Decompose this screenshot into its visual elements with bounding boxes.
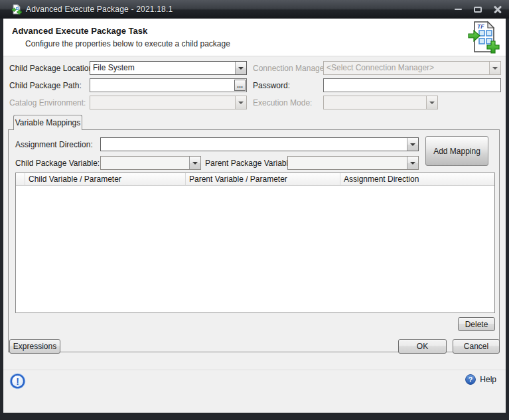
info-icon: ! (9, 373, 26, 389)
child-package-variable-select[interactable] (100, 156, 201, 170)
child-package-location-select[interactable]: File System (90, 61, 247, 75)
cancel-button[interactable]: Cancel (453, 339, 500, 354)
chevron-down-icon[interactable] (407, 157, 418, 169)
child-package-location-label: Child Package Location: (9, 64, 95, 73)
minimize-icon[interactable] (452, 3, 464, 15)
task-factory-package-icon: TF (467, 21, 500, 54)
parent-package-variable-label: Parent Package Variable: (205, 159, 295, 168)
chevron-down-icon[interactable] (407, 138, 418, 151)
page-subtitle: Configure the properties below to execut… (25, 39, 230, 48)
help-glyph: ? (469, 376, 473, 384)
window-controls (452, 0, 504, 19)
mappings-table[interactable]: Child Variable / Parameter Parent Variab… (15, 173, 495, 313)
execution-mode-label: Execution Mode: (253, 98, 312, 107)
connection-manager-value: <Select Connection Manager> (324, 62, 489, 74)
close-icon[interactable] (492, 3, 504, 15)
chevron-down-icon (426, 96, 437, 109)
help-link[interactable]: ? Help (465, 374, 496, 385)
help-label: Help (480, 375, 496, 384)
child-package-location-value: File System (90, 62, 235, 74)
password-label: Password: (253, 81, 290, 90)
ok-button[interactable]: OK (398, 339, 447, 354)
table-header-row: Child Variable / Parameter Parent Variab… (16, 173, 494, 186)
assignment-direction-select[interactable] (100, 137, 419, 151)
ok-label: OK (417, 342, 428, 351)
parent-package-variable-value (288, 157, 407, 169)
expressions-button[interactable]: Expressions (9, 339, 60, 354)
chevron-down-icon[interactable] (235, 62, 246, 74)
browse-button[interactable]: ... (234, 80, 246, 91)
window-title: Advanced Execute Package - 2021.18.1 (26, 5, 173, 14)
assignment-direction-value (101, 138, 407, 151)
header-banner: Advanced Execute Package Task Configure … (3, 19, 506, 56)
dialog-window: Advanced Execute Package - 2021.18.1 Adv… (0, 0, 509, 420)
tab-label: Variable Mappings (15, 118, 81, 127)
add-mapping-button[interactable]: Add Mapping (425, 136, 488, 166)
assignment-direction-label: Assignment Direction: (15, 140, 93, 149)
child-package-variable-value (101, 157, 189, 169)
child-package-path-input[interactable] (90, 79, 234, 92)
app-icon (11, 4, 22, 15)
execution-mode-select (323, 96, 438, 109)
catalog-environment-value (90, 96, 235, 109)
maximize-icon[interactable] (472, 3, 484, 15)
connection-manager-select: <Select Connection Manager> (323, 61, 501, 75)
table-header-parent-variable[interactable]: Parent Variable / Parameter (186, 173, 340, 185)
expressions-label: Expressions (13, 342, 56, 351)
parent-package-variable-select[interactable] (287, 156, 419, 170)
chevron-down-icon (489, 62, 500, 74)
table-header-gutter (16, 173, 25, 185)
help-icon[interactable]: ? (465, 374, 476, 385)
delete-label: Delete (465, 320, 488, 329)
child-package-variable-label: Child Package Variable: (15, 159, 100, 168)
chevron-down-icon[interactable] (189, 157, 200, 169)
child-package-path-label: Child Package Path: (9, 81, 82, 90)
password-input[interactable] (324, 79, 500, 92)
variable-mappings-panel: Assignment Direction: Add Mapping Child … (8, 129, 500, 352)
page-title: Advanced Execute Package Task (12, 26, 147, 36)
cancel-label: Cancel (464, 342, 488, 351)
footer-divider (3, 370, 506, 370)
child-package-path-field[interactable]: ... (90, 78, 247, 92)
info-glyph: ! (16, 376, 19, 387)
chevron-down-icon (235, 96, 246, 109)
tab-variable-mappings[interactable]: Variable Mappings (13, 115, 82, 130)
table-body[interactable] (16, 186, 494, 313)
table-header-child-variable[interactable]: Child Variable / Parameter (25, 173, 186, 185)
add-mapping-label: Add Mapping (433, 147, 480, 156)
password-field[interactable] (323, 78, 501, 92)
title-bar: Advanced Execute Package - 2021.18.1 (0, 0, 509, 19)
execution-mode-value (324, 96, 426, 109)
table-header-assignment-direction[interactable]: Assignment Direction (340, 173, 494, 185)
connection-manager-label: Connection Manager: (253, 64, 329, 73)
delete-button[interactable]: Delete (458, 317, 495, 331)
catalog-environment-label: Catalog Environment: (9, 98, 86, 107)
tf-logo-text: TF (477, 23, 484, 30)
dialog-body: Advanced Execute Package Task Configure … (3, 19, 506, 413)
catalog-environment-select (90, 96, 247, 109)
